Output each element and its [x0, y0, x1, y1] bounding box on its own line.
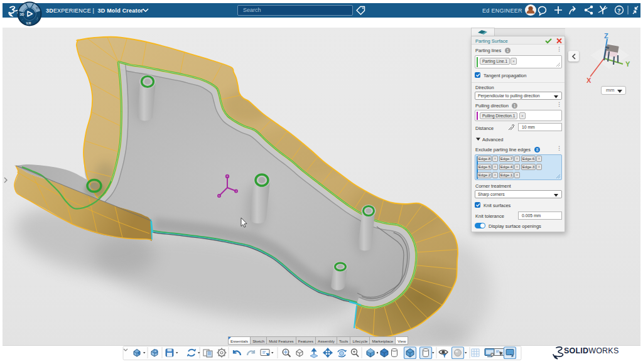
- svg-text:SOLIDWORKS: SOLIDWORKS: [564, 346, 619, 355]
